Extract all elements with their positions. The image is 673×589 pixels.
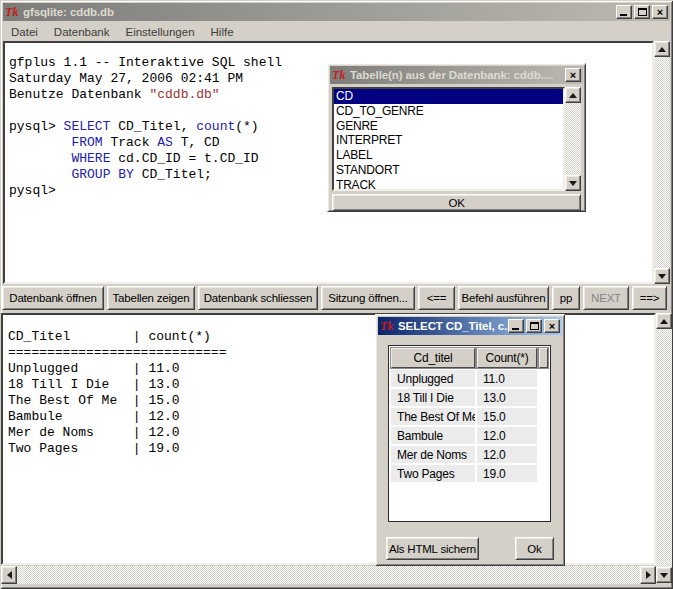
grid-cell-spacer: [539, 389, 548, 406]
main-window: Tk gfsqlite: cddb.db × DateiDatenbankEin…: [0, 0, 673, 589]
close-button[interactable]: ×: [565, 68, 581, 82]
svg-text:Tk: Tk: [5, 5, 18, 19]
arrow-down-icon: [569, 181, 577, 186]
window-title: gfsqlite: cddb.db: [20, 6, 616, 18]
scroll-down-button[interactable]: [656, 567, 672, 583]
result-dialog-title-bar[interactable]: Tk SELECT CD_Titel, c... ×: [378, 317, 562, 335]
table-list-item-genre[interactable]: GENRE: [334, 119, 563, 134]
scroll-up-button[interactable]: [656, 313, 672, 329]
ok-button[interactable]: OK: [332, 194, 581, 211]
grid-cell: 15.0: [477, 408, 537, 425]
toolbar-item-button[interactable]: ==>: [632, 286, 667, 310]
close-button[interactable]: ×: [652, 5, 668, 19]
grid-cell: 12.0: [477, 446, 537, 463]
arrow-up-icon: [658, 47, 666, 52]
toolbar-datenbank-öffnen-button[interactable]: Datenbank öffnen: [2, 286, 104, 310]
grid-cell-spacer: [539, 427, 548, 444]
table-list-item-track[interactable]: TRACK: [334, 178, 563, 191]
arrow-up-icon: [660, 319, 668, 324]
toolbar-befehl-ausführen-button[interactable]: Befehl ausführen: [458, 286, 549, 310]
arrow-up-icon: [569, 93, 577, 98]
toolbar-datenbank-schliessen-button[interactable]: Datenbank schliessen: [198, 286, 318, 310]
column-header-count[interactable]: Count(*): [477, 348, 537, 368]
ok-button[interactable]: Ok: [515, 537, 554, 560]
table-list-item-standort[interactable]: STANDORT: [334, 163, 563, 178]
minimize-icon: [620, 14, 627, 16]
toolbar: Datenbank öffnenTabellen zeigenDatenbank…: [2, 286, 667, 310]
table-list-item-label[interactable]: LABEL: [334, 148, 563, 163]
grid-cell: 18 Till I Die: [391, 389, 475, 406]
close-icon: ×: [570, 70, 576, 80]
title-bar[interactable]: Tk gfsqlite: cddb.db ×: [3, 3, 670, 21]
toolbar-item-button[interactable]: <==: [418, 286, 455, 310]
grid-cell-spacer: [539, 370, 548, 387]
maximize-icon: [638, 8, 647, 16]
grid-cell: 12.0: [477, 427, 537, 444]
grid-cell: 13.0: [477, 389, 537, 406]
scroll-down-button[interactable]: [565, 175, 581, 191]
results-scrollbar[interactable]: [656, 313, 672, 583]
grid-cell: 11.0: [477, 370, 537, 387]
grid-cell: Two Pages: [391, 465, 475, 482]
grid-cell-spacer: [539, 465, 548, 482]
shell-scrollbar[interactable]: [654, 41, 670, 284]
arrow-right-icon: [646, 571, 651, 579]
svg-text:Tk: Tk: [380, 319, 393, 333]
result-grid-frame: Cd_titelCount(*)Unplugged11.018 Till I D…: [388, 345, 551, 522]
grid-cell: Unplugged: [391, 370, 475, 387]
result-dialog-title: SELECT CD_Titel, c...: [395, 320, 508, 332]
table-list-item-cd-to-genre[interactable]: CD_TO_GENRE: [334, 104, 563, 119]
scroll-down-button[interactable]: [654, 268, 670, 284]
close-icon: ×: [549, 321, 555, 331]
menu-hilfe[interactable]: Hilfe: [203, 24, 242, 40]
scroll-up-button[interactable]: [654, 41, 670, 57]
table-list-item-cd[interactable]: CD: [334, 89, 563, 104]
minimize-button[interactable]: [616, 5, 632, 19]
maximize-button[interactable]: [634, 5, 650, 19]
tk-icon: Tk: [5, 5, 20, 19]
arrow-down-icon: [658, 274, 666, 279]
result-grid: Cd_titelCount(*)Unplugged11.018 Till I D…: [391, 348, 548, 482]
scrollbar-trough[interactable]: [654, 57, 670, 268]
minimize-button[interactable]: [508, 319, 524, 333]
tables-dialog-title: Tabelle(n) aus der Datenbank: cddb....: [347, 69, 565, 81]
toolbar-next-button[interactable]: NEXT: [583, 286, 629, 310]
grid-cell: Bambule: [391, 427, 475, 444]
results-hscrollbar[interactable]: [1, 566, 656, 584]
scroll-up-button[interactable]: [565, 87, 581, 103]
grid-cell: The Best Of Me: [391, 408, 475, 425]
column-header-spacer: [539, 348, 548, 368]
scroll-right-button[interactable]: [640, 566, 656, 584]
menu-datenbank[interactable]: Datenbank: [46, 24, 118, 40]
tk-icon: Tk: [332, 68, 347, 82]
scrollbar-trough[interactable]: [656, 329, 672, 567]
toolbar-pp-button[interactable]: pp: [552, 286, 580, 310]
tables-dialog-title-bar[interactable]: Tk Tabelle(n) aus der Datenbank: cddb...…: [330, 66, 583, 84]
arrow-down-icon: [660, 573, 668, 578]
grid-cell-spacer: [539, 408, 548, 425]
menu-einstellungen[interactable]: Einstellungen: [117, 24, 202, 40]
tables-listbox[interactable]: CDCD_TO_GENREGENREINTERPRETLABELSTANDORT…: [332, 87, 565, 191]
menu-bar: DateiDatenbankEinstellungenHilfe: [3, 22, 670, 41]
save-as-html-button[interactable]: Als HTML sichern: [386, 537, 479, 560]
menu-datei[interactable]: Datei: [3, 24, 46, 40]
result-dialog: Tk SELECT CD_Titel, c... × Cd_titelCount…: [375, 314, 565, 566]
scroll-left-button[interactable]: [1, 566, 17, 584]
maximize-icon: [530, 322, 539, 330]
toolbar-tabellen-zeigen-button[interactable]: Tabellen zeigen: [107, 286, 195, 310]
grid-cell: 19.0: [477, 465, 537, 482]
minimize-icon: [512, 328, 519, 330]
scrollbar-trough[interactable]: [565, 103, 581, 175]
close-button[interactable]: ×: [544, 319, 560, 333]
arrow-left-icon: [7, 571, 12, 579]
close-icon: ×: [657, 7, 663, 17]
table-list-item-interpret[interactable]: INTERPRET: [334, 133, 563, 148]
maximize-button[interactable]: [526, 319, 542, 333]
column-header-cd-titel[interactable]: Cd_titel: [391, 348, 475, 368]
toolbar-sitzung-öffnen-button[interactable]: Sitzung öffnen...: [321, 286, 415, 310]
grid-cell-spacer: [539, 446, 548, 463]
svg-text:Tk: Tk: [332, 68, 345, 82]
scrollbar-trough[interactable]: [17, 566, 640, 584]
tables-list-scrollbar[interactable]: [565, 87, 581, 191]
tables-dialog: Tk Tabelle(n) aus der Datenbank: cddb...…: [327, 63, 586, 212]
